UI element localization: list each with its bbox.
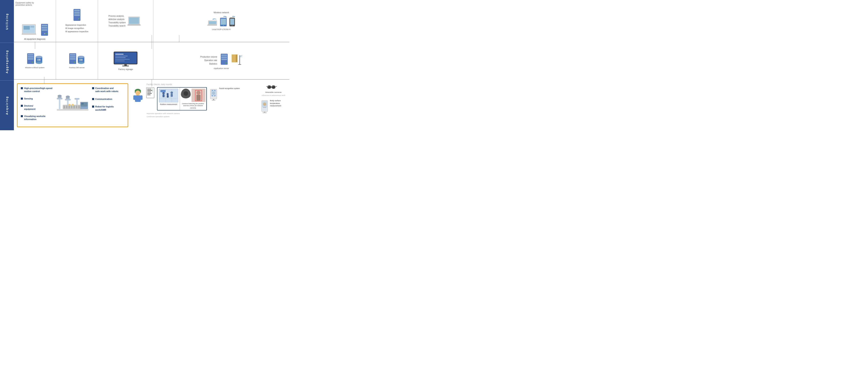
camera-lens — [184, 91, 188, 96]
body-temp-icon — [260, 99, 269, 113]
production-text: Production volume Operation rate Statist… — [200, 55, 217, 65]
db-cylinder-a: DB — [35, 55, 43, 65]
bullet-text-4: Visualizing worksiteinformation — [24, 115, 45, 121]
bullet-coordinative: Coordinative andsafe work with robots — [92, 87, 125, 93]
svg-point-97 — [135, 90, 140, 95]
appearance-section: Appearance inspection AI image recogniti… — [56, 0, 98, 42]
svg-point-42 — [74, 62, 75, 63]
bullet-sq-4 — [21, 115, 23, 117]
factory-db-label: Factory DB server — [69, 66, 85, 69]
svg-rect-87 — [78, 106, 80, 109]
svg-rect-7 — [42, 27, 48, 29]
svg-rect-55 — [124, 64, 127, 65]
sidebar-aggregating-label: Aggregating — [5, 50, 8, 73]
svg-point-46 — [78, 56, 84, 58]
checklist-area: ✓ ✓ ✓ — [146, 87, 155, 98]
svg-rect-3 — [24, 26, 30, 30]
net-phone-icon — [229, 16, 236, 26]
sidebar-utilizing: Utilizing — [0, 0, 14, 43]
advances-to-label: Advances to autonomous work — [261, 94, 285, 96]
svg-rect-31 — [28, 58, 33, 60]
svg-rect-29 — [28, 54, 33, 56]
bullet-sq-1 — [21, 87, 23, 89]
svg-rect-98 — [135, 95, 141, 102]
svg-rect-13 — [74, 12, 80, 14]
svg-point-27 — [232, 25, 232, 26]
position-illustration: POSITIUS — [159, 89, 178, 102]
glasses-icon — [266, 84, 281, 90]
far-right-section: Wearable cameras Advances to autonomous … — [260, 83, 286, 113]
bullet-text-2: Sensing — [24, 97, 33, 100]
wearable-cameras-label: Wearable cameras — [265, 91, 282, 93]
svg-rect-84 — [71, 106, 72, 109]
svg-text:DB: DB — [37, 59, 41, 61]
bullet-motion-control: High-precision/high-speedmotion control — [21, 87, 53, 93]
wireless-section-util: Wireless network — [153, 0, 289, 42]
svg-rect-23 — [221, 19, 226, 25]
svg-point-123 — [196, 91, 200, 95]
sidebar-aggregating: Aggregating — [0, 43, 14, 81]
svg-rect-67 — [235, 55, 236, 62]
server-b-icon — [73, 8, 81, 22]
wireless-label: Wireless network — [214, 11, 229, 14]
svg-rect-140 — [263, 107, 266, 108]
bullet-sq-6 — [92, 98, 94, 100]
factory-db-section: DB Factory DB server — [56, 42, 98, 79]
svg-point-113 — [166, 93, 169, 95]
net-laptop — [207, 18, 218, 26]
agg-b-conn-up — [152, 35, 152, 42]
mission-critical-icons: DB — [27, 53, 43, 65]
svg-rect-2 — [22, 34, 36, 35]
app-server-section: Production volume Operation rate Statist… — [153, 42, 289, 79]
appearance-text-block: Appearance inspection AI image recogniti… — [65, 24, 88, 33]
sidebar-triangle — [0, 125, 14, 130]
worker-icon — [132, 87, 144, 103]
acquiring-row: High-precision/high-speedmotion control … — [14, 80, 289, 130]
feature-box: High-precision/high-speedmotion control … — [17, 83, 128, 127]
svg-rect-50 — [115, 54, 124, 55]
svg-point-32 — [32, 62, 33, 63]
svg-rect-39 — [70, 54, 75, 56]
sidebar-acquiring: Acquiring — [0, 81, 14, 130]
svg-rect-142 — [262, 113, 267, 113]
svg-rect-72 — [59, 99, 60, 109]
facial-recognition-area: Facial recognition system — [209, 87, 240, 100]
svg-rect-66 — [235, 55, 235, 62]
body-temp-section: Body surface temperature measurement — [260, 99, 286, 113]
svg-rect-124 — [196, 95, 200, 100]
svg-rect-68 — [236, 55, 237, 62]
facial-body-section: Facial recognition system — [209, 87, 240, 100]
feature-left-bullets: High-precision/high-speedmotion control … — [21, 87, 53, 123]
db-cylinder-b: DB — [77, 55, 85, 65]
svg-point-134 — [272, 86, 275, 89]
bullet-sq-2 — [21, 98, 23, 100]
svg-point-35 — [36, 61, 42, 64]
svg-rect-21 — [207, 25, 217, 26]
svg-rect-130 — [212, 100, 215, 100]
local5g-label: Local 5G/P-LTE/Wi-Fi — [212, 28, 231, 30]
wearable-section: Wearable cameras Advances to autonomous … — [261, 84, 285, 96]
svg-rect-64 — [233, 55, 234, 62]
process-section: Process analysis, defective analysis Tra… — [98, 0, 153, 42]
svg-rect-94 — [68, 104, 70, 106]
svg-rect-59 — [221, 57, 227, 58]
svg-text:POSITIUS: POSITIUS — [161, 90, 168, 92]
factory-db-icons: DB — [69, 53, 85, 65]
bullet-communication: Communication — [92, 98, 125, 101]
feature-right-bullets: Coordinative andsafe work with robots Co… — [92, 87, 125, 123]
svg-rect-4 — [30, 26, 34, 28]
mission-critical-label: Mission-critical system — [25, 66, 44, 69]
net-laptop-icon — [207, 18, 218, 26]
bullet-sensing: Sensing — [21, 97, 53, 100]
bullet-sq-7 — [92, 106, 94, 108]
svg-point-136 — [272, 86, 273, 87]
db-icon-a: DB — [35, 55, 43, 65]
svg-rect-86 — [76, 106, 78, 109]
svg-point-79 — [66, 95, 70, 98]
svg-rect-93 — [72, 104, 74, 106]
svg-point-128 — [212, 91, 215, 95]
camera-detect-imgs — [181, 89, 206, 102]
factory-signage-section: Factory signage — [98, 42, 153, 79]
svg-rect-89 — [74, 98, 80, 100]
equip-safety-text: Equipment safety by preventive actions — [16, 2, 34, 6]
